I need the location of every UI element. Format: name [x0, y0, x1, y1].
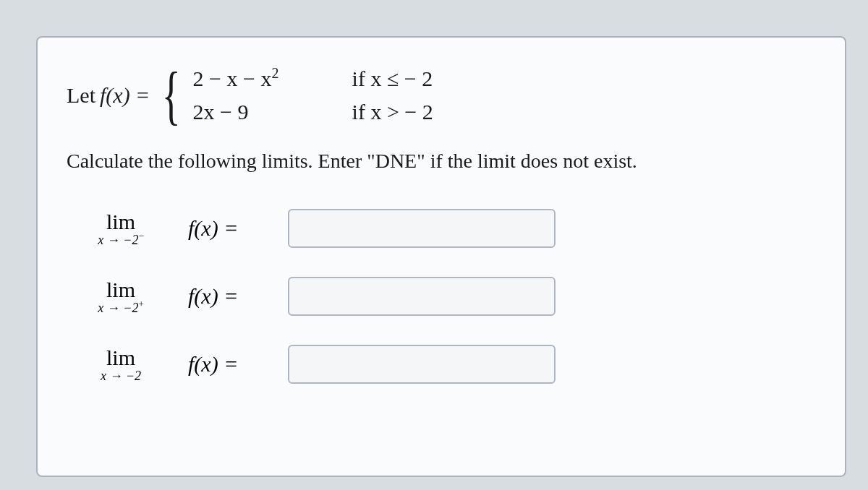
- fx-equals-1: f(x) =: [188, 216, 275, 241]
- fx-equals-2: f(x) =: [188, 284, 275, 309]
- case-row-1: 2 − x − x2 if x ≤ − 2: [193, 66, 433, 91]
- limit-operator-2: lim x → −2+: [67, 278, 175, 316]
- case-row-2: 2x − 9 if x > − 2: [193, 100, 433, 124]
- answer-input-3[interactable]: [288, 345, 556, 384]
- let-label: Let: [67, 83, 95, 108]
- case2-condition: if x > − 2: [352, 100, 433, 124]
- fx-equals-3: f(x) =: [188, 352, 275, 377]
- piecewise-block: { 2 − x − x2 if x ≤ − 2 2x − 9 if x >: [156, 66, 433, 124]
- limit-row-3: lim x → −2 f(x) =: [67, 345, 816, 384]
- left-brace-icon: {: [162, 74, 181, 117]
- instruction-text: Calculate the following limits. Enter "D…: [67, 150, 816, 173]
- limit-operator-3: lim x → −2: [67, 345, 175, 384]
- case1-condition: if x ≤ − 2: [352, 66, 433, 91]
- limit-approach-1: x → −2−: [98, 233, 143, 248]
- case1-expression: 2 − x − x2: [193, 66, 338, 91]
- case2-expression: 2x − 9: [193, 100, 338, 124]
- limit-row-2: lim x → −2+ f(x) =: [67, 277, 816, 316]
- function-lhs: f(x) =: [100, 83, 150, 108]
- question-panel: Let f(x) = { 2 − x − x2 if x ≤ − 2 2x − …: [36, 36, 846, 477]
- function-definition: Let f(x) = { 2 − x − x2 if x ≤ − 2 2x − …: [67, 66, 816, 124]
- limit-row-1: lim x → −2− f(x) =: [67, 209, 816, 248]
- limit-approach-3: x → −2: [101, 369, 141, 384]
- answer-input-2[interactable]: [288, 277, 556, 316]
- limit-approach-2: x → −2+: [98, 301, 143, 316]
- limit-operator-1: lim x → −2−: [67, 210, 175, 248]
- answer-input-1[interactable]: [288, 209, 556, 248]
- cases-column: 2 − x − x2 if x ≤ − 2 2x − 9 if x > − 2: [193, 66, 433, 124]
